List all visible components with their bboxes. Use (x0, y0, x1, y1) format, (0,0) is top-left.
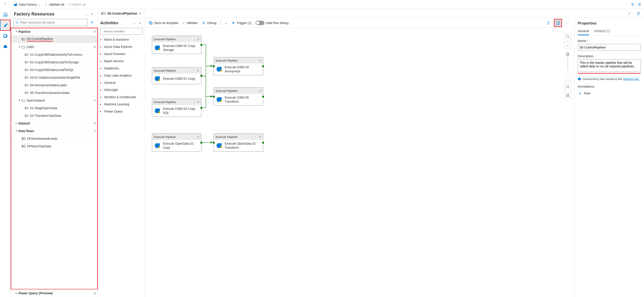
delete-button[interactable] (638, 3, 641, 6)
home-icon[interactable] (0, 9, 11, 20)
activities-collapse-left-icon[interactable]: « (137, 20, 143, 26)
close-tab-icon[interactable]: × (139, 12, 141, 16)
properties-toggle-button[interactable] (554, 20, 561, 26)
activities-collapse-icon[interactable]: ⌄ (132, 20, 137, 26)
zoom-out-button[interactable]: － (564, 74, 571, 81)
name-input[interactable] (578, 44, 641, 51)
tab-control-pipeline[interactable]: 00-ControlPipeline × (98, 9, 144, 18)
activity-category[interactable]: ▸Machine Learning (100, 101, 143, 108)
activity-category[interactable]: ▸Move & transform (100, 36, 143, 43)
resources-collapse-left-icon[interactable]: « (89, 11, 94, 16)
pipeline-item[interactable]: 02-TransformTaxiData (11, 112, 98, 120)
pipeline-00-control[interactable]: 00-ControlPipeline (11, 36, 98, 43)
add-resource-button[interactable]: + (89, 19, 95, 26)
autolayout-button[interactable] (564, 92, 571, 99)
settings-tab-link[interactable]: Settings tab. (623, 77, 639, 81)
node-d365-02-copy-storage[interactable]: Execute Pipeline↗ Execute D365 02 Copy S… (152, 36, 201, 54)
validate-button[interactable]: ✓Validate (182, 21, 198, 25)
dataflows-category[interactable]: ▾Data flows2 (11, 127, 98, 135)
pipeline-item[interactable]: 05-TransformDynamicsData (11, 89, 98, 96)
filter-input[interactable] (14, 19, 88, 26)
folder-opendataset[interactable]: ▾OpenDataset2 (11, 96, 98, 104)
filter-textbox[interactable] (20, 21, 86, 24)
node-d365-01-copy[interactable]: Execute Pipeline↗ Execute D365 01 Copy (152, 67, 201, 84)
open-node-icon[interactable]: ↗ (197, 69, 199, 72)
activity-category[interactable]: ▸General (100, 79, 143, 86)
debug-button[interactable]: Debug (202, 21, 216, 25)
node-d365-05-transform[interactable]: Execute Pipeline↗ Execute D365 05 Transf… (214, 88, 263, 106)
pipeline-item[interactable]: 04-01-DataAnonymizationSingleFile (11, 74, 98, 81)
resources-collapse-up-icon[interactable]: ⌄ (84, 11, 89, 16)
data-factory-dropdown[interactable]: Data Factory ⌄ (14, 2, 41, 6)
pipeline-item[interactable]: 03-CopyD365SalesLeadToSQL (11, 66, 98, 74)
pipeline-item[interactable]: 01-CopyD365SalesActivityToCosmos (11, 51, 98, 58)
activity-category[interactable]: ▸Data Lake Analytics (100, 72, 143, 79)
expand-rail-icon[interactable]: » (4, 1, 6, 5)
refresh-button[interactable]: ↻ (631, 2, 634, 7)
node-out-port[interactable] (200, 44, 202, 46)
code-view-button[interactable]: {} (545, 20, 552, 26)
open-node-icon[interactable]: ↗ (259, 135, 261, 138)
open-node-icon[interactable]: ↗ (259, 89, 261, 92)
save-as-template-button[interactable]: Save as template (149, 21, 178, 25)
activity-category[interactable]: ▸Batch Service (100, 58, 143, 65)
dataset-category[interactable]: ▸Dataset8 (11, 120, 98, 127)
node-out-port[interactable] (200, 142, 202, 144)
node-out-port[interactable] (262, 96, 264, 98)
pipeline-category[interactable]: ▾Pipeline9 (11, 28, 98, 36)
monitor-icon[interactable] (0, 30, 11, 41)
dataflow-debug-toggle[interactable]: Data flow debug (256, 21, 288, 25)
zoom-thumb[interactable] (566, 52, 569, 56)
activity-category[interactable]: ▸Azure Data Explorer (100, 43, 143, 50)
pipeline-item[interactable]: 02-CopyD365SalesLeadToStorage (11, 58, 98, 66)
open-node-icon[interactable]: ↗ (197, 100, 199, 104)
zoom-slider[interactable] (568, 52, 568, 70)
activities-search[interactable] (100, 28, 143, 34)
more-button[interactable]: ⋯ (564, 20, 571, 26)
node-out-port[interactable] (200, 107, 202, 109)
activity-category[interactable]: ▸Azure Function (100, 50, 143, 58)
node-out-port[interactable] (262, 66, 264, 67)
pipeline-item[interactable]: 04-AnonymizeSalesLeads (11, 81, 98, 89)
node-in-port[interactable] (213, 142, 214, 144)
delete-tab-icon[interactable] (635, 10, 642, 17)
publish-all-button[interactable]: ⎋ Publish all (68, 3, 86, 6)
pipeline-item[interactable]: 01-StageOpenData (11, 104, 98, 112)
dataflow-item[interactable]: DFMoveTaxiData (11, 142, 98, 150)
activity-category[interactable]: ▸HDInsight (100, 86, 143, 94)
author-icon[interactable] (0, 20, 10, 30)
node-in-port[interactable] (213, 66, 214, 67)
pipeline-canvas[interactable]: Execute Pipeline↗ Execute D365 02 Copy S… (145, 28, 574, 297)
activities-search-input[interactable] (104, 30, 141, 33)
toggle-icon[interactable] (256, 21, 264, 25)
dataflow-item[interactable]: DFActivitiesAndLeads (11, 135, 98, 142)
powerquery-category[interactable]: ▸Power Query (Preview)0 (11, 289, 98, 297)
node-opendata-01-copy[interactable]: Execute Pipeline↗ Execute OpenData 01 Co… (152, 134, 201, 152)
manage-icon[interactable] (0, 41, 11, 52)
open-node-icon[interactable]: ↗ (197, 135, 199, 138)
debug-dropdown-button[interactable]: ⌄ (225, 21, 228, 25)
folder-d365[interactable]: ▾D3656 (11, 43, 98, 51)
search-canvas-button[interactable] (564, 33, 571, 40)
trigger-button[interactable]: Trigger (1) (232, 21, 252, 25)
new-annotation-button[interactable]: ＋New (578, 90, 641, 96)
activity-category[interactable]: ▸Iteration & conditionals (100, 94, 143, 101)
fit-screen-button[interactable] (564, 83, 571, 90)
node-out-port[interactable] (262, 142, 264, 144)
open-node-icon[interactable]: ↗ (197, 38, 199, 41)
node-d365-03-copy-sql[interactable]: Execute Pipeline↗ Execute D365 03 Copy S… (152, 99, 201, 117)
properties-tab-related[interactable]: Related (1) (594, 29, 610, 35)
zoom-in-button[interactable]: ＋ (564, 42, 571, 49)
properties-tab-general[interactable]: General (578, 29, 589, 35)
node-out-port[interactable] (200, 75, 202, 76)
node-opendata-02-transform[interactable]: Execute Pipeline↗ Execute OpenData 02 Tr… (214, 134, 263, 152)
activity-category[interactable]: ▸Databricks (100, 65, 143, 72)
node-in-port[interactable] (213, 96, 214, 98)
svg-point-24 (25, 107, 26, 109)
open-node-icon[interactable]: ↗ (259, 59, 261, 62)
expand-icon[interactable]: ⤢ (626, 10, 633, 17)
activity-category[interactable]: ▸Power Query (100, 108, 143, 115)
node-d365-04-anonymize[interactable]: Execute Pipeline↗ Execute D365 04 Anonym… (214, 57, 263, 75)
validate-all-button[interactable]: ✓ Validate all (45, 3, 64, 6)
description-textarea[interactable] (578, 59, 641, 72)
